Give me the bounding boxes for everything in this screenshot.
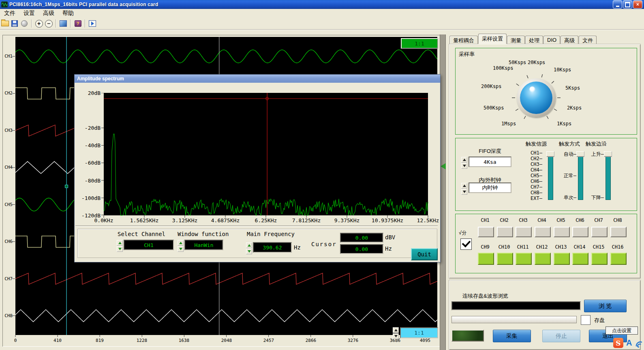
cursor-amplitude-field[interactable]: 0.00 <box>340 233 383 243</box>
fifo-depth-stepper[interactable] <box>461 157 467 169</box>
save-checkbox[interactable] <box>581 315 591 325</box>
main-frequency-field[interactable]: 390.62 <box>253 242 292 253</box>
select-channel-stepper[interactable] <box>117 240 123 252</box>
stepper-up-icon[interactable] <box>461 183 467 189</box>
trigger-mode-single[interactable]: 单次 <box>555 194 576 201</box>
channel-button-ch5[interactable] <box>554 227 570 237</box>
trigger-edge-slider-handle[interactable] <box>604 151 612 157</box>
channel-button-ch8[interactable] <box>610 227 627 237</box>
channel-button-ch14[interactable] <box>572 253 588 265</box>
rate-label-1k[interactable]: 1Ksps <box>557 121 571 127</box>
rate-label-1m[interactable]: 1Msps <box>501 121 516 127</box>
channel-button-ch9[interactable] <box>478 253 494 265</box>
save-file-icon[interactable] <box>10 19 19 28</box>
network-icon[interactable] <box>635 340 643 350</box>
channel-button-ch7[interactable] <box>591 227 608 237</box>
zoom-ratio-field[interactable]: 1:1 <box>400 327 438 338</box>
tab-dio[interactable]: DIO <box>543 36 560 44</box>
rate-label-500k[interactable]: 500Ksps <box>484 105 504 111</box>
channel-button-ch6[interactable] <box>572 227 588 237</box>
trigger-mode-slider[interactable] <box>578 154 583 200</box>
channel-button-ch4[interactable] <box>535 227 551 237</box>
trigger-source-slider[interactable] <box>548 154 553 200</box>
channel-button-ch3[interactable] <box>516 227 532 237</box>
trigger-edge-falling[interactable]: 下降 <box>583 194 604 201</box>
window-function-stepper[interactable] <box>178 240 184 252</box>
main-frequency-stepper[interactable] <box>246 243 252 254</box>
channel-button-ch15[interactable] <box>591 253 608 265</box>
stepper-up-icon[interactable] <box>178 240 184 246</box>
zoom-ratio-stepper[interactable] <box>393 327 399 339</box>
trigger-edge-rising[interactable]: 上升 <box>583 151 604 158</box>
zoom-in-icon[interactable]: + <box>34 19 43 28</box>
stepper-up-icon[interactable] <box>117 240 123 246</box>
zoom-out-icon[interactable]: − <box>44 19 53 28</box>
stepper-down-icon[interactable] <box>178 246 184 252</box>
menu-file[interactable]: 文件 <box>0 9 19 17</box>
trigger-source-ext[interactable]: EXT <box>521 195 542 201</box>
title-bar[interactable]: PCI8616:16ch_1Msps_16bits PCI parallel d… <box>0 0 644 9</box>
stepper-down-icon[interactable] <box>393 333 399 339</box>
rate-label-50k[interactable]: 50Ksps <box>509 60 526 65</box>
snapshot-icon[interactable] <box>59 19 68 28</box>
quit-button[interactable]: Quit <box>411 248 438 260</box>
trigger-source-ch5[interactable]: CH5 <box>521 173 542 178</box>
browse-button[interactable]: 浏 览 <box>584 300 627 312</box>
channel-button-ch11[interactable] <box>516 253 532 265</box>
channel-button-ch16[interactable] <box>610 253 627 265</box>
trigger-source-ch7[interactable]: CH7 <box>521 184 542 190</box>
dialog-title-bar[interactable]: Amplitude spectrum <box>75 75 440 83</box>
stepper-down-icon[interactable] <box>461 189 467 195</box>
stepper-up-icon[interactable] <box>461 157 467 163</box>
rate-label-2k[interactable]: 2Ksps <box>567 105 582 111</box>
minimize-button[interactable] <box>613 0 622 9</box>
splitter[interactable] <box>440 34 446 350</box>
save-path-field[interactable] <box>451 301 581 310</box>
rate-label-200k[interactable]: 200Ksps <box>481 84 502 89</box>
trigger-source-ch6[interactable]: CH6 <box>521 178 542 184</box>
run-icon[interactable] <box>88 19 97 28</box>
letter-a-icon[interactable]: A <box>626 338 632 348</box>
trigger-source-ch4[interactable]: CH4 <box>521 167 542 173</box>
splitter-arrow-icon[interactable] <box>441 163 446 170</box>
channel-button-ch10[interactable] <box>497 253 513 265</box>
tab-measure[interactable]: 测量 <box>507 36 525 44</box>
cursor-frequency-field[interactable]: 0.00 <box>340 244 383 254</box>
clock-source-stepper[interactable] <box>461 183 467 195</box>
spectrum-plot[interactable] <box>101 93 430 219</box>
trigger-source-ch1[interactable]: CH1 <box>521 150 542 156</box>
select-channel-field[interactable]: CH1 <box>124 240 174 250</box>
tab-advanced[interactable]: 高级 <box>561 36 578 44</box>
trigger-edge-slider[interactable] <box>605 154 611 200</box>
window-function-field[interactable]: HanWin <box>184 240 223 250</box>
tab-process[interactable]: 处理 <box>525 36 543 44</box>
channel-button-ch1[interactable] <box>478 227 494 237</box>
trigger-source-slider-handle[interactable] <box>546 151 554 157</box>
trigger-source-ch8[interactable]: CH8 <box>521 190 542 195</box>
channel-button-ch2[interactable] <box>497 227 513 237</box>
fifo-depth-field[interactable]: 4Ksa <box>469 157 511 167</box>
clock-source-field[interactable]: 内时钟 <box>469 183 511 193</box>
trigger-mode-normal[interactable]: 正常 <box>555 172 576 179</box>
trigger-mode-auto[interactable]: 自动 <box>555 151 576 158</box>
rate-label-10k[interactable]: 10Ksps <box>554 67 571 73</box>
open-file-icon[interactable] <box>0 19 9 28</box>
trigger-source-ch2[interactable]: CH2 <box>521 156 542 161</box>
split-checkbox[interactable] <box>460 238 472 250</box>
channel-button-ch13[interactable] <box>554 253 570 265</box>
sample-rate-knob[interactable] <box>520 82 552 114</box>
rate-label-20k[interactable]: 20Ksps <box>528 60 545 65</box>
tab-range-coupling[interactable]: 量程耦合 <box>449 36 478 44</box>
stepper-down-icon[interactable] <box>117 246 123 252</box>
sogou-input-icon[interactable]: S <box>613 338 623 348</box>
trigger-source-ch3[interactable]: CH3 <box>521 161 542 167</box>
menu-settings[interactable]: 设置 <box>19 9 39 17</box>
tab-sampling-settings[interactable]: 采样设置 <box>478 34 507 44</box>
menu-help[interactable]: 帮助 <box>58 9 78 17</box>
acquire-button[interactable]: 采集 <box>493 330 531 342</box>
stepper-up-icon[interactable] <box>393 327 399 333</box>
maximize-button[interactable] <box>623 0 632 9</box>
stop-button[interactable]: 停止 <box>542 330 580 342</box>
help-book-icon[interactable]: ? <box>73 19 82 28</box>
export-icon[interactable] <box>20 19 29 28</box>
